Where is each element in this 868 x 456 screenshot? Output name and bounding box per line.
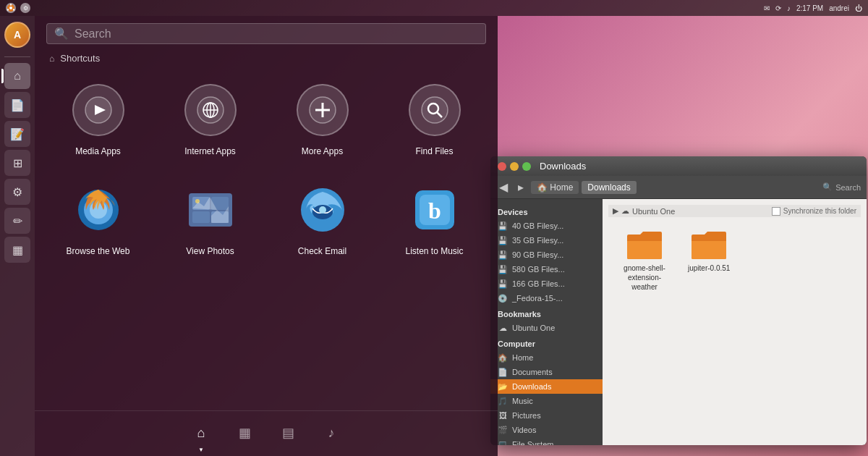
- svg-point-2: [10, 4, 12, 5]
- app-item-find-files[interactable]: Find Files: [378, 69, 490, 169]
- sidebar-item-files[interactable]: 📄: [4, 92, 30, 118]
- search-input-wrap[interactable]: 🔍: [46, 23, 486, 44]
- fm-sync-check: Synchronize this folder: [772, 207, 856, 216]
- app-item-more-apps[interactable]: More Apps: [266, 69, 378, 169]
- fm-bookmarks-header: Bookmarks: [490, 305, 603, 321]
- home-bread-label: Home: [550, 182, 573, 193]
- app-item-view-photos[interactable]: View Photos: [154, 169, 266, 269]
- dash-tab-barchart[interactable]: ▦: [223, 418, 266, 447]
- fm-sidebar-downloads[interactable]: 📂 Downloads: [490, 379, 603, 394]
- beeswift-icon: b: [409, 185, 460, 235]
- fm-sidebar-music[interactable]: 🎵 Music: [490, 394, 603, 408]
- svg-text:b: b: [428, 198, 441, 224]
- fm-devices-header: Devices: [490, 203, 603, 219]
- documents-icon: 📄: [498, 367, 508, 377]
- more-apps-icon: [297, 84, 349, 136]
- fm-breadcrumb-home[interactable]: 🏠 Home: [531, 181, 579, 194]
- sidebar-item-apps[interactable]: ⊞: [4, 150, 30, 176]
- svg-rect-24: [192, 211, 210, 223]
- find-files-icon-wrap: [406, 81, 464, 139]
- fm-body: Devices 💾 40 GB Filesy... 💾 35 GB Filesy…: [490, 199, 867, 445]
- disk-icon: 💾: [498, 221, 508, 231]
- shortcut-icon: ⌂: [49, 54, 54, 64]
- fm-file-jupiter[interactable]: jupiter-0.0.51: [688, 229, 730, 292]
- search-input[interactable]: [75, 28, 478, 41]
- fm-file-gnome-shell[interactable]: gnome-shell-extension-weather: [616, 229, 673, 292]
- ubuntu-one-arrow[interactable]: ▶: [613, 206, 618, 216]
- fm-sidebar-pictures[interactable]: 🖼 Pictures: [490, 408, 603, 423]
- pictures-icon: 🖼: [498, 410, 508, 421]
- mail-topbar-icon[interactable]: ✉: [764, 4, 770, 12]
- ubuntu-one-cloud-icon: ☁: [621, 206, 629, 216]
- speaker-topbar-icon[interactable]: ♪: [787, 4, 791, 12]
- internet-apps-icon: [184, 84, 237, 136]
- files-icon: 📄: [10, 98, 25, 112]
- fm-sidebar-90gb[interactable]: 💾 90 GB Filesy...: [490, 248, 603, 262]
- cloud-icon: ☁: [498, 323, 508, 333]
- sidebar-item-settings[interactable]: ⚙: [4, 179, 30, 205]
- fm-breadcrumb-downloads[interactable]: Downloads: [582, 181, 636, 194]
- fm-sidebar-ubuntu-one[interactable]: ☁ Ubuntu One: [490, 321, 603, 335]
- view-photos-icon-wrap: [182, 181, 239, 239]
- settings-icon: ⚙: [12, 185, 22, 199]
- fm-maximize-button[interactable]: [522, 162, 531, 171]
- fm-sidebar-166gb[interactable]: 💾 166 GB Files...: [490, 276, 603, 291]
- internet-apps-icon-wrap: [182, 81, 239, 139]
- dash-tab-music[interactable]: ♪: [310, 418, 353, 447]
- app-item-browse-web[interactable]: Browse the Web: [42, 169, 154, 269]
- sidebar-item-text[interactable]: 📝: [4, 121, 30, 147]
- find-files-label: Find Files: [415, 146, 453, 158]
- view-photos-label: View Photos: [186, 246, 234, 258]
- search-bar: 🔍: [35, 16, 498, 50]
- fm-sidebar-videos[interactable]: 🎬 Videos: [490, 423, 603, 437]
- fm-back-button[interactable]: ◀: [496, 179, 511, 195]
- settings-topbar-icon[interactable]: ⚙: [20, 3, 30, 13]
- dash-tab-home[interactable]: ⌂: [179, 418, 223, 447]
- sidebar-item-edit[interactable]: ✏: [4, 208, 30, 234]
- videos-icon: 🎬: [498, 425, 508, 435]
- sidebar-item-home[interactable]: ⌂: [4, 63, 30, 89]
- fm-ubuntu-one-left: ▶ ☁ Ubuntu One: [613, 206, 675, 216]
- cd-icon: 💿: [498, 293, 508, 303]
- app-item-media-apps[interactable]: Media Apps: [42, 69, 154, 169]
- sidebar-item-grid[interactable]: ▦: [4, 237, 30, 263]
- internet-apps-label: Internet Apps: [184, 146, 236, 158]
- fm-sidebar-filesystem[interactable]: 💻 File System: [490, 437, 603, 445]
- grid-icon: ▦: [12, 243, 23, 257]
- find-files-icon: [409, 84, 461, 136]
- app-item-listen-music[interactable]: b Listen to Music: [378, 169, 490, 269]
- folder-icon-jupiter: [690, 229, 728, 261]
- svg-point-1: [9, 7, 12, 9]
- fm-sidebar-40gb[interactable]: 💾 40 GB Filesy...: [490, 219, 603, 233]
- listen-music-icon-wrap: b: [406, 181, 464, 239]
- text-icon: 📝: [10, 127, 25, 141]
- fm-minimize-button[interactable]: [510, 162, 519, 171]
- check-email-label: Check Email: [298, 246, 346, 258]
- fm-search-label: Search: [835, 183, 861, 192]
- fm-close-button[interactable]: [498, 162, 506, 171]
- user-display[interactable]: andrei: [829, 4, 849, 12]
- dash-tab-docs[interactable]: ▤: [266, 418, 310, 447]
- disk-icon: 💾: [498, 279, 508, 289]
- fm-sidebar-home[interactable]: 🏠 Home: [490, 350, 603, 365]
- fm-title: Downloads: [540, 161, 586, 172]
- fm-sidebar-35gb[interactable]: 💾 35 GB Filesy...: [490, 233, 603, 248]
- listen-music-label: Listen to Music: [405, 246, 463, 258]
- gnome-shell-label: gnome-shell-extension-weather: [616, 263, 673, 292]
- dash-overlay: 🔍 ⌂ Shortcuts Media Apps: [35, 16, 498, 456]
- app-item-check-email[interactable]: Check Email: [266, 169, 378, 269]
- apps-icon: ⊞: [13, 156, 22, 170]
- avatar[interactable]: A: [4, 22, 30, 48]
- network-topbar-icon[interactable]: ⟳: [775, 4, 781, 12]
- fm-sidebar-documents[interactable]: 📄 Documents: [490, 365, 603, 379]
- fm-search-icon: 🔍: [822, 182, 833, 192]
- sidebar-divider: [4, 56, 30, 57]
- fm-sidebar-fedora[interactable]: 💿 _Fedora-15-...: [490, 291, 603, 305]
- power-icon[interactable]: ⏻: [855, 4, 862, 12]
- fm-search[interactable]: 🔍 Search: [822, 182, 861, 192]
- fm-sidebar-580gb[interactable]: 💾 580 GB Files...: [490, 262, 603, 276]
- pencil-icon: ✏: [13, 214, 22, 228]
- ubuntu-logo-icon[interactable]: [6, 3, 16, 13]
- app-item-internet-apps[interactable]: Internet Apps: [154, 69, 266, 169]
- sync-checkbox[interactable]: [772, 207, 780, 216]
